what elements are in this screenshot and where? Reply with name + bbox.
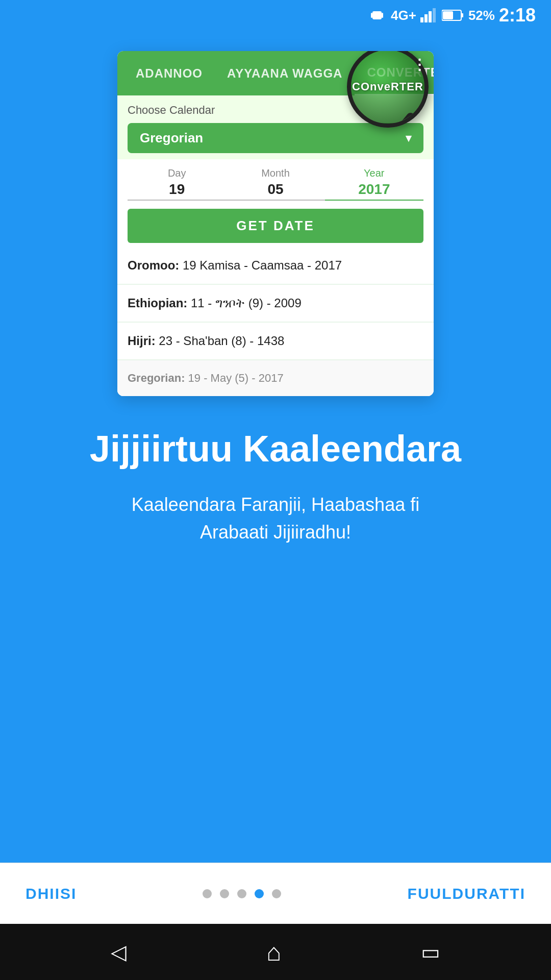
signal-icon	[420, 8, 438, 22]
svg-rect-5	[429, 11, 432, 22]
svg-rect-6	[433, 8, 436, 22]
network-label: 4G+	[391, 8, 416, 23]
status-bar: 4G+ 52% 2:18	[0, 0, 551, 31]
svg-rect-0	[372, 11, 382, 19]
calendar-selector[interactable]: Gregorian ▾	[128, 123, 423, 153]
battery-label: 52%	[468, 8, 495, 23]
get-date-button[interactable]: GET DATE	[128, 209, 423, 243]
result-oromoo: Oromoo: 19 Kamisa - Caamsaa - 2017	[117, 247, 434, 285]
svg-rect-9	[443, 11, 453, 19]
day-label: Day	[168, 167, 186, 179]
result-hijri-label: Hijri:	[128, 334, 159, 348]
svg-rect-2	[382, 13, 383, 18]
result-oromoo-value: 19 Kamisa - Caamsaa - 2017	[183, 258, 342, 272]
dot-2	[220, 889, 229, 898]
day-value[interactable]: 19	[128, 181, 226, 201]
svg-rect-8	[461, 13, 463, 17]
android-nav-bar: ◁ ⌂ ▭	[0, 924, 551, 980]
more-options-icon[interactable]: ⋮	[412, 56, 427, 73]
app-header: ADANNOO AYYAANA WAGGA CONVERTER COnveRTE…	[117, 51, 434, 95]
main-title: Jijjiirtuu Kaaleendara	[90, 427, 461, 471]
result-ethiopian-label: Ethiopian:	[128, 296, 191, 310]
month-value[interactable]: 05	[226, 181, 324, 201]
home-button[interactable]: ⌂	[266, 938, 281, 966]
result-ethiopian-value: 11 - ግንቦት (9) - 2009	[191, 296, 302, 310]
year-input-col: Year 2017	[325, 167, 423, 201]
dot-1	[203, 889, 212, 898]
dropdown-arrow-icon: ▾	[406, 132, 411, 145]
day-input-col: Day 19	[128, 167, 226, 201]
result-gregorian-label: Gregorian:	[128, 372, 188, 384]
result-oromoo-label: Oromoo:	[128, 258, 183, 272]
result-hijri: Hijri: 23 - Sha'ban (8) - 1438	[117, 323, 434, 360]
results-section: Oromoo: 19 Kamisa - Caamsaa - 2017 Ethio…	[117, 247, 434, 396]
dhiisi-button[interactable]: DHIISI	[26, 885, 77, 902]
time-display: 2:18	[499, 5, 536, 26]
main-content: Jijjiirtuu Kaaleendara Kaaleendara Faran…	[0, 396, 551, 863]
back-button[interactable]: ◁	[111, 940, 127, 964]
magnifier-text: COnveRTER	[348, 76, 428, 97]
calendar-selected-value: Gregorian	[140, 130, 203, 146]
result-gregorian-value: 19 - May (5) - 2017	[188, 372, 284, 384]
date-inputs-row: Day 19 Month 05 Year 2017	[128, 167, 423, 201]
result-ethiopian: Ethiopian: 11 - ግንቦት (9) - 2009	[117, 285, 434, 323]
battery-icon	[442, 9, 464, 22]
dot-5	[272, 889, 281, 898]
pagination-dots	[203, 889, 281, 898]
result-gregorian: Gregorian: 19 - May (5) - 2017	[117, 360, 434, 396]
tab-adannoo[interactable]: ADANNOO	[123, 52, 215, 95]
app-screenshot-card: ADANNOO AYYAANA WAGGA CONVERTER COnveRTE…	[117, 51, 434, 396]
month-label: Month	[261, 167, 290, 179]
svg-rect-4	[424, 14, 428, 22]
vibrate-icon	[370, 7, 387, 23]
svg-rect-1	[371, 13, 372, 18]
dot-4	[255, 889, 264, 898]
bottom-nav: DHIISI FUULDURATTI	[0, 863, 551, 924]
date-inputs-section: Day 19 Month 05 Year 2017 GET DATE	[117, 159, 434, 247]
fuulduratti-button[interactable]: FUULDURATTI	[408, 885, 525, 902]
recent-button[interactable]: ▭	[421, 940, 440, 964]
status-icons: 4G+ 52% 2:18	[370, 5, 536, 26]
svg-rect-3	[420, 17, 423, 22]
tab-ayyaana[interactable]: AYYAANA WAGGA	[215, 52, 355, 95]
main-subtitle: Kaaleendara Faranjii, Haabashaa fi Araba…	[97, 491, 454, 546]
year-value[interactable]: 2017	[325, 181, 423, 201]
dot-3	[237, 889, 246, 898]
year-label: Year	[364, 167, 384, 179]
result-hijri-value: 23 - Sha'ban (8) - 1438	[159, 334, 284, 348]
month-input-col: Month 05	[226, 167, 324, 201]
